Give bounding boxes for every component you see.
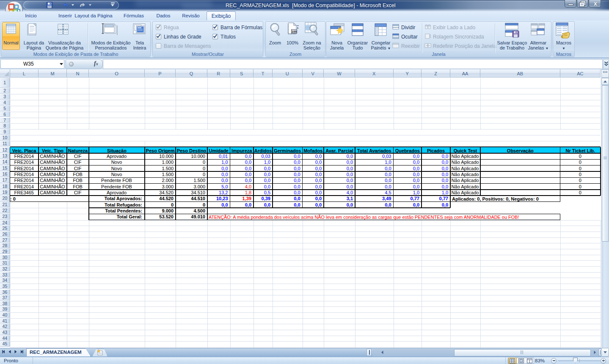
svg-text:100: 100 [292, 30, 297, 33]
